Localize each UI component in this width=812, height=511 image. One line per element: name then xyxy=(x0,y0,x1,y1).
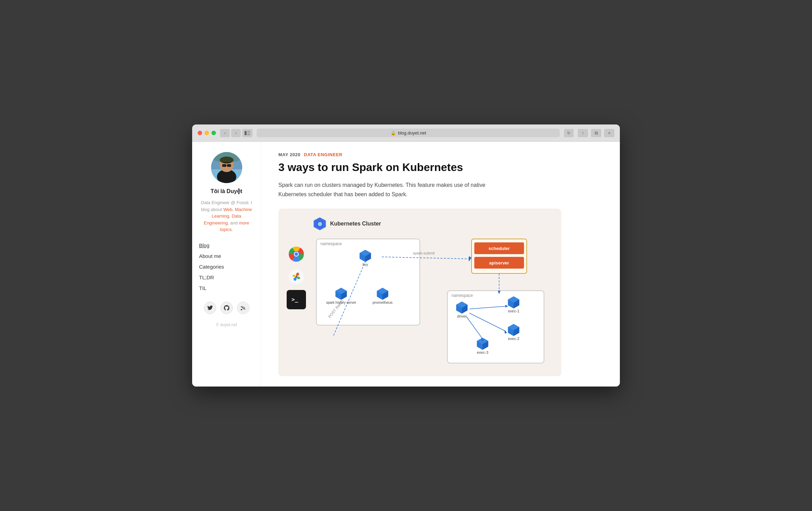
maximize-dot[interactable] xyxy=(211,131,216,135)
sidebar-toggle-button[interactable] xyxy=(242,129,252,137)
nav-categories[interactable]: Categories xyxy=(199,261,254,272)
svg-text:driver: driver xyxy=(457,314,467,318)
diagram-container: >_ ⚙ Kubernetes xyxy=(278,209,561,376)
browser-window: ‹ › 🔒 blog.duyet.net ↻ ↑ ⧉ + xyxy=(192,124,620,387)
k8s-cluster-title: Kubernetes Cluster xyxy=(330,221,381,227)
svg-rect-2 xyxy=(247,133,250,133)
github-button[interactable] xyxy=(220,302,233,314)
nav-about[interactable]: About me xyxy=(199,251,254,261)
svg-rect-0 xyxy=(245,131,247,135)
chrome-icon xyxy=(287,244,306,264)
k8s-logo-icon: ⚙ xyxy=(313,217,327,231)
twitter-button[interactable] xyxy=(204,302,216,314)
nav-tldr[interactable]: TL;DR xyxy=(199,272,254,283)
browser-content: Tôi là Duyệt Data Engineer @ Fossil. I b… xyxy=(192,142,620,387)
address-bar[interactable]: 🔒 blog.duyet.net xyxy=(257,129,560,137)
post-title: 3 ways to run Spark on Kubernetes xyxy=(278,161,603,174)
sidebar-bio: Data Engineer @ Fossil. I blog about Web… xyxy=(199,199,254,233)
back-button[interactable]: ‹ xyxy=(220,129,230,137)
lock-icon: 🔒 xyxy=(390,130,396,136)
svg-rect-9 xyxy=(222,164,226,167)
svg-text:namespace: namespace xyxy=(320,241,342,246)
nav-til[interactable]: TIL xyxy=(199,283,254,293)
rss-button[interactable] xyxy=(237,302,249,314)
svg-text:prometheus: prometheus xyxy=(373,300,393,304)
url-text: blog.duyet.net xyxy=(398,130,426,136)
post-date: MAY 2020 xyxy=(278,152,300,157)
post-meta: MAY 2020 DATA ENGINEER xyxy=(278,152,603,157)
svg-text:exec-3: exec-3 xyxy=(477,350,488,354)
sidebar-nav: Blog About me Categories TL;DR TIL xyxy=(199,240,254,293)
architecture-diagram: namespace livy xyxy=(313,236,547,367)
sidebar-name: Tôi là Duyệt xyxy=(211,188,242,194)
svg-point-13 xyxy=(241,309,242,310)
k8s-header: ⚙ Kubernetes Cluster xyxy=(313,217,553,231)
browser-titlebar: ‹ › 🔒 blog.duyet.net ↻ ↑ ⧉ + xyxy=(192,124,620,142)
svg-text:⚙: ⚙ xyxy=(318,221,322,227)
diagram-wrapper: >_ ⚙ Kubernetes xyxy=(287,217,553,368)
tabs-button[interactable]: ⧉ xyxy=(591,129,601,137)
post-category: DATA ENGINEER xyxy=(304,152,343,157)
forward-button[interactable]: › xyxy=(231,129,241,137)
left-icons: >_ xyxy=(287,244,306,309)
post-excerpt: Spark can run on clusters managed by Kub… xyxy=(278,180,513,199)
svg-point-18 xyxy=(295,252,298,256)
sidebar: Tôi là Duyệt Data Engineer @ Fossil. I b… xyxy=(192,142,261,387)
reload-button[interactable]: ↻ xyxy=(564,129,574,137)
svg-rect-12 xyxy=(211,152,242,162)
svg-text:spark-submit: spark-submit xyxy=(413,251,435,255)
svg-text:apiserver: apiserver xyxy=(489,260,509,265)
svg-text:livy: livy xyxy=(363,262,368,267)
pinwheel-icon xyxy=(287,267,306,287)
svg-point-20 xyxy=(296,276,297,278)
toolbar-buttons: ↑ ⧉ + xyxy=(578,129,614,137)
close-dot[interactable] xyxy=(198,131,202,135)
sidebar-socials xyxy=(204,302,249,314)
svg-text:scheduler: scheduler xyxy=(488,246,509,251)
svg-rect-10 xyxy=(227,164,231,167)
svg-text:>_: >_ xyxy=(291,296,298,303)
svg-text:namespace: namespace xyxy=(452,293,473,298)
bio-link-web[interactable]: Web xyxy=(223,207,232,212)
minimize-dot[interactable] xyxy=(205,131,209,135)
bio-and: and xyxy=(230,220,239,226)
svg-text:exec-2: exec-2 xyxy=(508,337,519,341)
svg-rect-1 xyxy=(247,131,250,132)
main-content: MAY 2020 DATA ENGINEER 3 ways to run Spa… xyxy=(261,142,620,387)
diagram-svg-area: ⚙ Kubernetes Cluster namespace xyxy=(313,217,553,368)
svg-rect-11 xyxy=(226,165,227,166)
browser-nav: ‹ › xyxy=(220,129,252,137)
svg-text:exec-1: exec-1 xyxy=(508,309,519,313)
bio-period: . xyxy=(232,227,233,232)
nav-blog[interactable]: Blog xyxy=(199,240,254,251)
svg-marker-73 xyxy=(469,256,472,262)
avatar xyxy=(211,152,242,183)
svg-rect-3 xyxy=(247,134,250,135)
copyright: © duyet.net xyxy=(216,322,237,327)
browser-dots xyxy=(198,131,216,135)
share-button[interactable]: ↑ xyxy=(578,129,588,137)
new-tab-button[interactable]: + xyxy=(604,129,614,137)
terminal-icon: >_ xyxy=(287,290,306,309)
